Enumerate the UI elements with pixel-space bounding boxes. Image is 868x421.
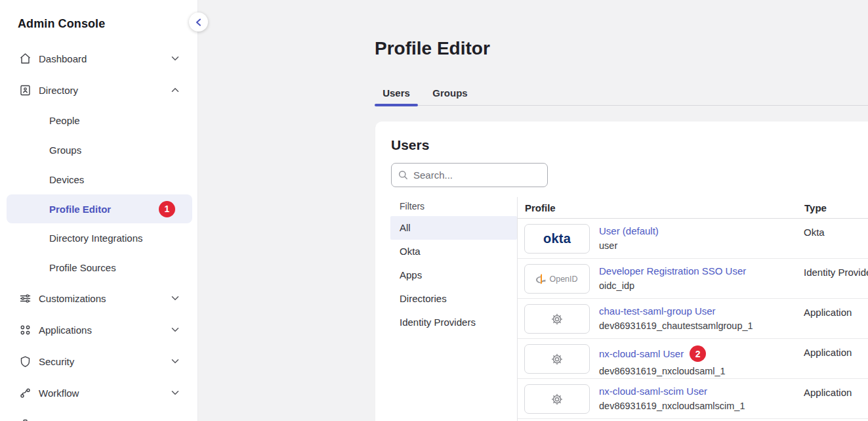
profile-link[interactable]: Developer Registration SSO User — [599, 265, 804, 277]
table-header-row: Profile Type — [518, 197, 868, 219]
profile-type: Application — [804, 299, 852, 338]
sidebar-nav: Dashboard Directory People Groups Device… — [0, 43, 197, 421]
profile-link[interactable]: nx-cloud-saml-scim User — [599, 386, 804, 397]
sidebar-item-label: Directory — [39, 85, 171, 96]
filter-apps[interactable]: Apps — [390, 263, 517, 287]
filter-okta[interactable]: Okta — [390, 240, 517, 263]
sidebar-item-label: Profile Editor — [49, 204, 111, 215]
tab-divider — [375, 105, 868, 106]
sidebar-item-profile-editor[interactable]: Profile Editor 1 — [7, 194, 192, 223]
filter-all[interactable]: All — [390, 216, 517, 240]
sidebar-item-directory[interactable]: Directory — [0, 74, 197, 106]
gear-icon — [524, 344, 590, 374]
profile-link[interactable]: nx-cloud-saml User 2 — [599, 345, 804, 362]
search-box[interactable] — [391, 163, 548, 187]
sidebar-item-profile-sources[interactable]: Profile Sources — [0, 253, 197, 282]
profile-type: Application — [804, 339, 852, 378]
sidebar-item-label: Devices — [49, 174, 84, 185]
annotation-step-badge: 2 — [690, 345, 706, 362]
profile-subtext: dev86931619_chautestsamlgroup_1 — [599, 321, 804, 331]
sidebar-item-people[interactable]: People — [0, 106, 197, 135]
table-row: okta User (default) user Okta — [518, 219, 868, 259]
users-card-heading: Users — [391, 137, 429, 153]
tab-groups[interactable]: Groups — [423, 80, 477, 105]
profile-subtext: user — [599, 240, 804, 251]
gear-icon — [524, 304, 590, 334]
sidebar-item-label: Profile Sources — [49, 262, 116, 273]
reports-icon — [19, 418, 31, 421]
profile-subtext: dev86931619_nxcloudsamlscim_1 — [599, 401, 804, 411]
profile-link[interactable]: User (default) — [599, 225, 804, 236]
search-icon — [398, 170, 408, 180]
openid-glyph — [536, 273, 547, 285]
sidebar-item-label: Dashboard — [39, 53, 171, 64]
column-header-profile: Profile — [525, 202, 804, 213]
sidebar-item-label: People — [49, 115, 80, 126]
home-icon — [19, 53, 31, 65]
okta-logo: okta — [524, 224, 590, 254]
shield-icon — [19, 355, 31, 368]
search-input[interactable] — [413, 169, 544, 181]
profile-subtext: dev86931619_nxcloudsaml_1 — [599, 366, 804, 376]
table-row: nx-cloud-saml User 2 dev86931619_nxcloud… — [518, 339, 868, 379]
sidebar-item-customizations[interactable]: Customizations — [0, 282, 197, 314]
tab-bar: Users Groups — [375, 80, 477, 105]
column-header-type: Type — [804, 202, 827, 213]
sidebar-item-label: Workflow — [39, 388, 171, 399]
profile-subtext: oidc_idp — [599, 280, 804, 291]
chevron-down-icon — [171, 326, 179, 334]
tab-users[interactable]: Users — [375, 80, 418, 105]
grid-dots-icon — [19, 324, 31, 336]
sidebar-item-label: Applications — [39, 324, 171, 336]
chevron-left-icon — [196, 18, 201, 26]
annotation-step-badge: 1 — [159, 201, 175, 217]
sidebar-item-dashboard[interactable]: Dashboard — [0, 43, 197, 74]
sidebar-item-applications[interactable]: Applications — [0, 314, 197, 345]
sidebar-item-security[interactable]: Security — [0, 345, 197, 377]
profile-type: Application — [804, 379, 852, 418]
filters-panel: Filters All Okta Apps Directories Identi… — [390, 197, 517, 334]
id-card-icon — [19, 84, 31, 97]
flow-icon — [19, 387, 31, 399]
chevron-down-icon — [171, 389, 179, 397]
profiles-table: Profile Type okta User (default) user Ok… — [518, 197, 868, 419]
sidebar-item-label: Customizations — [39, 293, 171, 304]
table-row: nx-cloud-saml-scim User dev86931619_nxcl… — [518, 379, 868, 419]
filters-heading: Filters — [390, 197, 517, 216]
main-content: Profile Editor Users Groups Users Filter… — [198, 0, 868, 421]
profile-type: Okta — [804, 219, 825, 258]
sidebar-item-label: Directory Integrations — [49, 233, 143, 244]
sidebar-item-workflow[interactable]: Workflow — [0, 377, 197, 409]
active-tab-underline — [375, 104, 418, 106]
sidebar-item-label: Security — [39, 356, 171, 367]
profile-type: Identity Provider — [804, 259, 868, 298]
sidebar-item-groups[interactable]: Groups — [0, 135, 197, 165]
filter-directories[interactable]: Directories — [390, 287, 517, 311]
filter-identity-providers[interactable]: Identity Providers — [390, 311, 517, 334]
gear-icon — [524, 384, 590, 414]
chevron-down-icon — [171, 55, 179, 62]
sidebar-item-devices[interactable]: Devices — [0, 165, 197, 194]
table-row: chau-test-saml-group User dev86931619_ch… — [518, 299, 868, 339]
sliders-icon — [19, 292, 31, 305]
page-title: Profile Editor — [375, 38, 490, 59]
sidebar: Admin Console Dashboard Directory People… — [0, 0, 198, 421]
openid-logo: OpenID — [524, 264, 590, 294]
chevron-down-icon — [171, 294, 179, 302]
chevron-down-icon — [171, 357, 179, 365]
profile-link[interactable]: chau-test-saml-group User — [599, 305, 804, 317]
chevron-up-icon — [171, 86, 179, 94]
sidebar-item-label: Groups — [49, 144, 81, 156]
users-card: Users Filters All Okta Apps Directories … — [375, 122, 868, 421]
sidebar-collapse-button[interactable] — [189, 12, 208, 32]
table-row: OpenID Developer Registration SSO User o… — [518, 259, 868, 299]
sidebar-item-directory-integrations[interactable]: Directory Integrations — [0, 223, 197, 253]
app-title: Admin Console — [18, 17, 105, 31]
sidebar-item-partial[interactable] — [0, 409, 197, 421]
